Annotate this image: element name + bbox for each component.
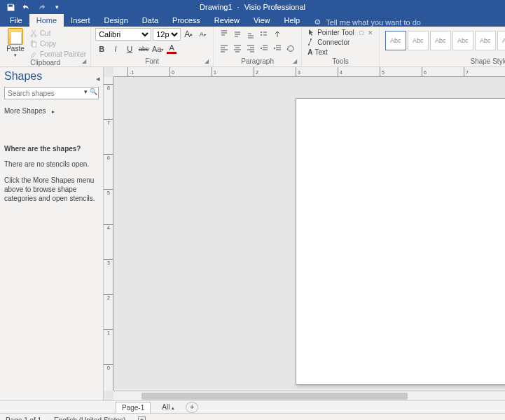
language-indicator[interactable]: English (United States) xyxy=(54,416,125,420)
tab-help[interactable]: Help xyxy=(277,14,307,27)
group-tools: Pointer Tool ▢ ✕ Connector A Text Tools xyxy=(302,27,380,66)
format-painter-button[interactable]: Format Painter xyxy=(29,49,86,59)
ruler-tick: 5 xyxy=(104,189,113,195)
shapes-pane-title: Shapes xyxy=(4,70,99,83)
ruler-tick: 2 xyxy=(104,294,113,300)
chevron-right-icon: ▸ xyxy=(52,108,55,115)
change-case-button[interactable]: Aa▾ xyxy=(151,43,164,55)
font-launcher-icon[interactable]: ◢ xyxy=(205,58,212,65)
tab-data[interactable]: Data xyxy=(135,14,165,27)
svg-point-8 xyxy=(308,44,310,46)
shrink-font-button[interactable]: A▾ xyxy=(196,28,209,41)
page-indicator[interactable]: Page 1 of 1 xyxy=(6,416,41,420)
tab-view[interactable]: View xyxy=(247,14,277,27)
strike-button[interactable]: abc xyxy=(137,43,150,55)
scrollbar-thumb[interactable] xyxy=(141,393,408,400)
tab-home[interactable]: Home xyxy=(29,14,64,27)
tell-me-search[interactable]: Tell me what you want to do xyxy=(314,18,421,27)
tab-insert[interactable]: Insert xyxy=(64,14,97,27)
copy-button[interactable]: Copy xyxy=(29,38,86,48)
search-dropdown-icon[interactable]: ▾ 🔍 xyxy=(84,88,97,95)
ruler-tick: 3 xyxy=(296,67,300,77)
underline-button[interactable]: U xyxy=(123,43,136,55)
ruler-tick: 0 xyxy=(104,364,113,370)
group-label-tools: Tools xyxy=(306,57,375,65)
drawing-page[interactable] xyxy=(296,98,505,385)
italic-button[interactable]: I xyxy=(109,43,122,55)
style-item[interactable]: Abc xyxy=(452,31,473,50)
rotate-text-button[interactable] xyxy=(284,42,297,55)
tab-design[interactable]: Design xyxy=(97,14,135,27)
window-title: Drawing1 · Visio Professional xyxy=(200,3,305,11)
align-bottom-button[interactable] xyxy=(244,28,257,41)
redo-button[interactable] xyxy=(35,1,48,13)
close-tool-icon[interactable]: ✕ xyxy=(368,29,373,36)
style-item[interactable]: Abc xyxy=(430,31,451,50)
collapse-pane-icon[interactable]: ◂ xyxy=(96,74,100,83)
tab-process[interactable]: Process xyxy=(165,14,207,27)
paragraph-launcher-icon[interactable]: ◢ xyxy=(293,58,300,65)
increase-indent-button[interactable] xyxy=(271,42,284,55)
macro-record-icon[interactable] xyxy=(138,416,146,420)
align-middle-button[interactable] xyxy=(231,28,244,41)
ribbon-tabs: File Home Insert Design Data Process Rev… xyxy=(0,14,505,27)
more-shapes-menu[interactable]: More Shapes ▸ xyxy=(4,105,99,117)
ruler-tick: 0 xyxy=(170,67,174,77)
pointer-tool-button[interactable]: Pointer Tool ▢ ✕ xyxy=(306,28,375,37)
qat-customize-icon[interactable]: ▾ xyxy=(50,1,63,13)
shapes-pane: Shapes ◂ ▾ 🔍 More Shapes ▸ Where are the… xyxy=(0,67,104,400)
pointer-icon xyxy=(307,29,315,36)
tab-review[interactable]: Review xyxy=(207,14,247,27)
ruler-tick: 1 xyxy=(104,329,113,335)
ruler-tick: 6 xyxy=(422,67,427,77)
svg-point-2 xyxy=(31,34,33,36)
font-color-button[interactable]: A xyxy=(165,43,178,55)
align-center-button[interactable] xyxy=(231,42,244,55)
style-item[interactable]: Abc xyxy=(385,31,406,50)
rectangle-tool-icon[interactable]: ▢ xyxy=(359,30,364,36)
align-top-button[interactable] xyxy=(218,28,230,41)
align-right-button[interactable] xyxy=(244,42,257,55)
page-tab-all[interactable]: All ▴ xyxy=(156,402,180,412)
undo-button[interactable] xyxy=(20,1,32,13)
style-item[interactable]: Abc xyxy=(475,31,496,50)
svg-rect-5 xyxy=(32,42,36,46)
ruler-tick: 8 xyxy=(104,84,113,90)
bold-button[interactable]: B xyxy=(95,43,108,55)
font-name-select[interactable]: Calibri xyxy=(95,28,151,41)
ruler-tick: 7 xyxy=(464,67,469,77)
ruler-tick: 4 xyxy=(104,224,113,230)
clipboard-icon xyxy=(8,28,23,45)
group-shape-styles: Abc Abc Abc Abc Abc Abc Abc ▴ ▾ ▾ Fill▾ … xyxy=(380,27,505,66)
add-page-button[interactable]: + xyxy=(186,402,198,413)
cut-button[interactable]: Cut xyxy=(29,28,86,38)
page-tab-1[interactable]: Page-1 xyxy=(116,402,151,413)
ruler-tick: 2 xyxy=(254,67,258,77)
vertical-ruler: 876543210 xyxy=(104,77,113,391)
bullets-button[interactable] xyxy=(258,28,270,41)
group-font: Calibri 12pt. A▴ A▾ B I U abc Aa▾ A Font… xyxy=(91,27,214,66)
style-item[interactable]: Abc xyxy=(497,31,505,50)
orientation-button[interactable] xyxy=(271,28,284,41)
save-icon[interactable] xyxy=(4,1,17,13)
text-tool-button[interactable]: A Text xyxy=(306,48,375,57)
grow-font-button[interactable]: A▴ xyxy=(182,28,195,41)
paste-button[interactable]: Paste ▾ xyxy=(4,28,27,59)
ribbon: Paste ▾ Cut Copy Format Painter Clipboar… xyxy=(0,27,505,67)
tab-file[interactable]: File xyxy=(3,14,29,27)
style-item[interactable]: Abc xyxy=(408,31,429,50)
align-left-button[interactable] xyxy=(218,42,230,55)
shapes-empty-message: Where are the shapes? There are no stenc… xyxy=(4,145,99,203)
font-size-select[interactable]: 12pt. xyxy=(153,28,181,41)
clipboard-launcher-icon[interactable]: ◢ xyxy=(82,58,89,65)
drawing-canvas[interactable] xyxy=(113,77,505,391)
ruler-tick: 4 xyxy=(338,67,343,77)
ruler-tick: 1 xyxy=(212,67,216,77)
group-label-font: Font xyxy=(95,57,209,65)
decrease-indent-button[interactable] xyxy=(258,42,270,55)
horizontal-scrollbar[interactable] xyxy=(113,391,505,400)
connector-tool-button[interactable]: Connector xyxy=(306,38,375,47)
svg-point-9 xyxy=(310,38,312,40)
title-bar: ▾ Drawing1 · Visio Professional xyxy=(0,0,505,14)
where-shapes-heading: Where are the shapes? xyxy=(4,145,99,153)
